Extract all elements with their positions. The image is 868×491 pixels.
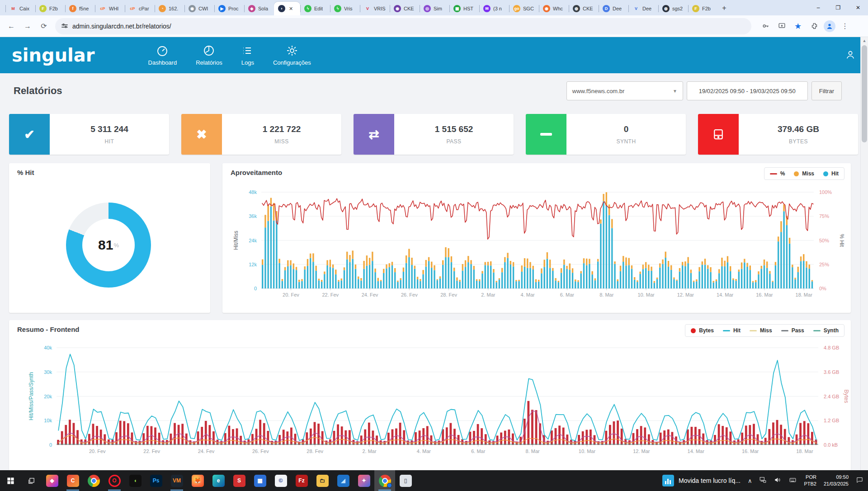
edge-app[interactable]: e: [208, 470, 229, 491]
legend-item-bytes[interactable]: Bytes: [691, 327, 714, 334]
browser-tab[interactable]: ◍CKE: [569, 2, 599, 15]
filezilla-app[interactable]: Fz: [291, 470, 312, 491]
vscode-app[interactable]: ◢: [333, 470, 354, 491]
colorful-suite-app[interactable]: ◆: [42, 470, 62, 491]
chrome-app[interactable]: [83, 470, 104, 491]
legend-item-pass[interactable]: Pass: [781, 327, 804, 334]
donut-unit: %: [113, 242, 119, 249]
browser-tab[interactable]: MCaix: [5, 2, 35, 15]
tab-close-icon[interactable]: ✕: [289, 6, 293, 12]
site-info-icon[interactable]: [61, 24, 68, 28]
browser-tab[interactable]: VDee: [628, 2, 658, 15]
tab-label: 162.: [169, 6, 178, 11]
opera-app[interactable]: O: [104, 470, 125, 491]
browser-tab[interactable]: ◎Sim: [420, 2, 449, 15]
smallpdf-app[interactable]: S: [229, 470, 250, 491]
browser-tab-active[interactable]: ◗✕: [274, 2, 300, 15]
legend-item-miss[interactable]: Miss: [750, 327, 772, 334]
tab-favicon: ▶: [218, 5, 226, 12]
browser-tab[interactable]: ◔162.: [155, 2, 184, 15]
design-suite-app[interactable]: ✦: [354, 470, 374, 491]
legend-item-hit[interactable]: Hit: [723, 327, 741, 334]
firefox-app[interactable]: 🦊: [187, 470, 208, 491]
browser-tab[interactable]: ϟVris: [330, 2, 360, 15]
legend-item-synth[interactable]: Synth: [813, 327, 839, 334]
scroll-up-arrow[interactable]: ▲: [861, 38, 868, 43]
address-bar[interactable]: admin.singularcdn.net.br/relatorios/: [55, 18, 751, 34]
volume-icon[interactable]: [774, 476, 782, 485]
window-maximize-button[interactable]: ❐: [828, 0, 848, 15]
ccleaner-app[interactable]: C: [62, 470, 83, 491]
tray-expand-chevron-icon[interactable]: ∧: [748, 477, 752, 484]
voicemeeter-app[interactable]: VM: [166, 470, 187, 491]
nav-item-dashboard[interactable]: Dashboard: [145, 44, 181, 66]
language-indicator[interactable]: POR PTB2: [804, 474, 816, 487]
tab-favicon: ◉: [189, 5, 196, 12]
nav-item-relatrios[interactable]: Relatórios: [192, 44, 226, 66]
browser-tab[interactable]: ◉CKE: [390, 2, 420, 15]
legend-label: Hit: [831, 170, 839, 177]
browser-tab[interactable]: FF2b: [688, 2, 718, 15]
calculator-app[interactable]: ▦: [250, 470, 270, 491]
legend-label: %: [780, 170, 785, 177]
task-view-button[interactable]: [21, 470, 42, 491]
nav-item-label: Relatórios: [196, 59, 222, 66]
chrome-profile-app[interactable]: [374, 470, 395, 491]
browser-tab[interactable]: ◉Whc: [539, 2, 569, 15]
browser-tab[interactable]: ◉CWI: [184, 2, 214, 15]
touch-keyboard-icon[interactable]: [789, 476, 797, 485]
news-widget[interactable]: Movida tem lucro líq...: [662, 475, 741, 486]
browser-tab[interactable]: VVRIS: [360, 2, 390, 15]
action-center-icon[interactable]: [856, 476, 863, 485]
scrollbar-thumb[interactable]: [862, 45, 867, 142]
svg-text:1.2 GB: 1.2 GB: [824, 418, 839, 423]
browser-tab[interactable]: ◈Sola: [244, 2, 274, 15]
copyright-app[interactable]: ©: [270, 470, 291, 491]
browser-tab[interactable]: ✉(3 n: [479, 2, 509, 15]
singular-logo[interactable]: singular: [12, 45, 95, 66]
legend-item-miss[interactable]: Miss: [794, 170, 814, 177]
browser-tab[interactable]: cPcPar: [125, 2, 155, 15]
passwords-key-icon[interactable]: [759, 19, 772, 33]
legend-item-hit[interactable]: Hit: [823, 170, 839, 177]
coreldraw-app[interactable]: ◖: [125, 470, 146, 491]
profile-avatar[interactable]: [824, 20, 835, 32]
back-button[interactable]: ←: [4, 19, 19, 34]
nav-item-logs[interactable]: Logs: [238, 44, 258, 66]
legend-item-[interactable]: %: [770, 170, 785, 177]
svg-text:18. Mar: 18. Mar: [796, 449, 813, 454]
browser-tab[interactable]: ▶Proc: [214, 2, 244, 15]
browser-menu-icon[interactable]: ⋮: [838, 19, 852, 33]
notes-app[interactable]: ▯: [395, 470, 416, 491]
photoshop-app[interactable]: Ps: [146, 470, 166, 491]
browser-tab[interactable]: ▦HST: [449, 2, 479, 15]
bookmark-star-icon[interactable]: ★: [791, 19, 805, 33]
page-scrollbar[interactable]: ▲: [860, 37, 868, 470]
site-select[interactable]: www.f5news.com.br ▼: [566, 81, 683, 100]
browser-tab[interactable]: DDee: [599, 2, 628, 15]
list-icon: [241, 44, 254, 57]
file-explorer-app[interactable]: 🗀: [312, 470, 333, 491]
new-tab-button[interactable]: +: [718, 2, 731, 14]
date-range-input[interactable]: 19/02/2025 09:50 - 19/03/2025 09:50: [687, 81, 808, 100]
browser-tab[interactable]: ff5ne: [65, 2, 95, 15]
network-icon[interactable]: [759, 476, 767, 485]
browser-tab[interactable]: cPWHI: [95, 2, 125, 15]
browser-tab[interactable]: goSGC: [509, 2, 539, 15]
window-close-button[interactable]: ✕: [848, 0, 868, 15]
install-app-icon[interactable]: [775, 19, 788, 33]
user-account-icon[interactable]: [845, 50, 855, 61]
forward-button[interactable]: →: [20, 19, 35, 34]
browser-tab[interactable]: FF2b: [35, 2, 65, 15]
browser-tab[interactable]: ϟEdit: [300, 2, 330, 15]
start-button[interactable]: [0, 470, 21, 491]
stat-label: PASS: [446, 138, 461, 145]
nav-item-configuraes[interactable]: Configurações: [269, 44, 315, 66]
extensions-icon[interactable]: [807, 19, 821, 33]
clock-indicator[interactable]: 09:50 21/03/2025: [824, 474, 849, 487]
reload-button[interactable]: ⟳: [36, 19, 52, 34]
svg-text:Bytes: Bytes: [843, 389, 849, 403]
window-minimize-button[interactable]: –: [808, 0, 828, 15]
browser-tab[interactable]: ◍sgs2: [658, 2, 688, 15]
filter-button[interactable]: Filtrar: [811, 81, 842, 100]
